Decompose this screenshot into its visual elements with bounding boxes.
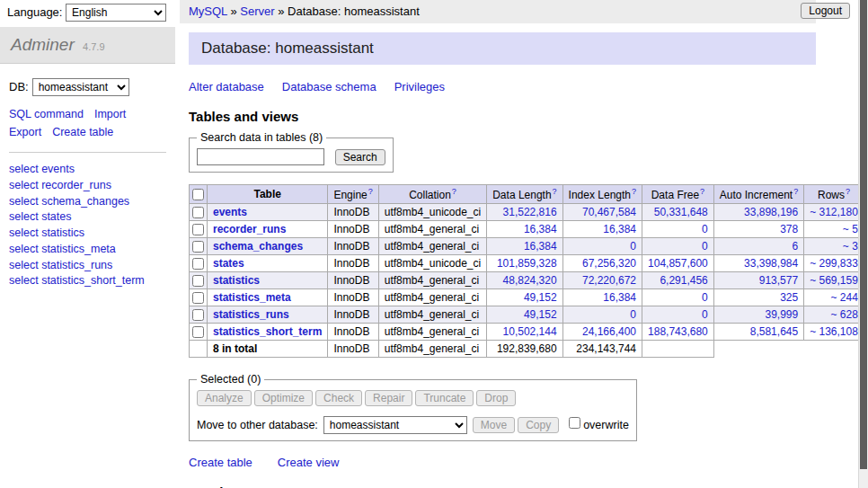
- table-name-link[interactable]: statistics_meta: [213, 291, 291, 304]
- index-length-link[interactable]: 0: [630, 308, 636, 321]
- index-length-link[interactable]: 16,384: [603, 291, 636, 304]
- data-free-link[interactable]: 0: [702, 308, 708, 321]
- index-length-link[interactable]: 72,220,672: [582, 274, 636, 287]
- search-button[interactable]: Search: [335, 149, 385, 165]
- overwrite-checkbox[interactable]: [569, 417, 580, 429]
- row-checkbox[interactable]: [192, 207, 204, 218]
- data-length-link[interactable]: 101,859,328: [497, 257, 557, 270]
- breadcrumb-link[interactable]: MySQL: [189, 4, 227, 18]
- data-free-link[interactable]: 0: [702, 240, 708, 253]
- table-name-link[interactable]: schema_changes: [213, 240, 303, 253]
- row-checkbox[interactable]: [192, 292, 204, 304]
- logout-button[interactable]: Logout: [801, 3, 850, 19]
- rows-link[interactable]: ~ 136,108: [810, 325, 858, 338]
- scrollbar-thumb[interactable]: [860, 0, 867, 469]
- row-checkbox[interactable]: [192, 224, 204, 235]
- index-length-link[interactable]: 16,384: [603, 223, 636, 235]
- index-length-link[interactable]: 67,256,320: [582, 257, 636, 270]
- auto-increment-link[interactable]: 325: [780, 291, 798, 304]
- data-length-link[interactable]: 16,384: [524, 240, 557, 253]
- sidebar-link[interactable]: Create table: [52, 126, 113, 138]
- sidebar-link[interactable]: Export: [9, 126, 41, 138]
- help-link[interactable]: ?: [368, 187, 373, 196]
- breadcrumb-link[interactable]: Server: [240, 4, 274, 18]
- drop-button[interactable]: Drop: [476, 390, 516, 406]
- sidebar-table-link[interactable]: select statistics_runs: [9, 259, 112, 271]
- help-link[interactable]: ?: [793, 187, 798, 196]
- sidebar-link[interactable]: Import: [94, 108, 126, 120]
- data-length-link[interactable]: 49,152: [524, 308, 557, 321]
- rows-link[interactable]: ~ 569,159: [810, 274, 858, 287]
- help-link[interactable]: ?: [846, 187, 850, 196]
- data-free-link[interactable]: 104,857,600: [648, 257, 708, 270]
- data-length-link[interactable]: 48,824,320: [503, 274, 557, 287]
- help-link[interactable]: ?: [553, 187, 557, 196]
- index-length-link[interactable]: 24,166,400: [582, 325, 636, 338]
- row-checkbox[interactable]: [192, 241, 204, 253]
- database-action-link[interactable]: Privileges: [394, 80, 445, 93]
- sidebar-table-link[interactable]: select statistics_meta: [9, 243, 116, 255]
- table-name-link[interactable]: events: [213, 206, 247, 218]
- sidebar-table-link[interactable]: select statistics_short_term: [9, 274, 145, 287]
- repair-button[interactable]: Repair: [365, 390, 412, 406]
- row-checkbox[interactable]: [192, 309, 204, 321]
- sidebar-table-link[interactable]: select states: [9, 210, 71, 223]
- sidebar-table-link[interactable]: select recorder_runs: [9, 179, 111, 191]
- copy-button[interactable]: Copy: [518, 417, 559, 433]
- row-checkbox[interactable]: [192, 275, 204, 287]
- database-action-link[interactable]: Alter database: [189, 80, 264, 93]
- check-button[interactable]: Check: [315, 390, 362, 406]
- rows-link[interactable]: ~ 3: [843, 240, 858, 253]
- auto-increment-link[interactable]: 33,898,196: [744, 206, 798, 218]
- table-name-link[interactable]: recorder_runs: [213, 223, 286, 235]
- data-free-link[interactable]: 50,331,648: [654, 206, 708, 218]
- row-checkbox[interactable]: [192, 258, 204, 270]
- rows-link[interactable]: ~ 312,180: [810, 206, 858, 218]
- language-select[interactable]: English: [66, 4, 166, 22]
- table-name-link[interactable]: statistics_runs: [213, 308, 289, 321]
- move-button[interactable]: Move: [473, 417, 515, 433]
- vertical-scrollbar[interactable]: [858, 0, 868, 488]
- data-length-link[interactable]: 10,502,144: [503, 325, 557, 338]
- sidebar-table-link[interactable]: select schema_changes: [9, 195, 129, 208]
- index-length-link[interactable]: 0: [630, 240, 636, 253]
- data-free-link[interactable]: 0: [702, 291, 708, 304]
- db-select[interactable]: homeassistant: [32, 78, 129, 96]
- create-link[interactable]: Create table: [189, 456, 252, 469]
- sidebar-link[interactable]: SQL command: [9, 108, 84, 120]
- table-name-link[interactable]: statistics: [213, 274, 260, 287]
- row-checkbox[interactable]: [192, 326, 204, 338]
- overwrite-option[interactable]: overwrite: [565, 419, 629, 431]
- rows-link[interactable]: ~ 299,833: [810, 257, 858, 270]
- rows-link[interactable]: ~ 244: [831, 291, 858, 304]
- auto-increment-link[interactable]: 39,999: [765, 308, 798, 321]
- optimize-button[interactable]: Optimize: [254, 390, 313, 406]
- table-name-link[interactable]: statistics_short_term: [213, 325, 322, 338]
- auto-increment-link[interactable]: 6: [792, 240, 798, 253]
- auto-increment-link[interactable]: 913,577: [759, 274, 798, 287]
- data-free-link[interactable]: 0: [702, 223, 708, 235]
- truncate-button[interactable]: Truncate: [415, 390, 474, 406]
- database-action-link[interactable]: Database schema: [282, 80, 376, 93]
- rows-link[interactable]: ~ 628: [831, 308, 858, 321]
- data-free-link[interactable]: 188,743,680: [648, 325, 708, 338]
- sidebar-table-link[interactable]: select statistics: [9, 226, 84, 239]
- select-all-checkbox[interactable]: [192, 189, 204, 200]
- analyze-button[interactable]: Analyze: [197, 390, 252, 406]
- table-name-link[interactable]: states: [213, 257, 244, 270]
- help-link[interactable]: ?: [700, 187, 704, 196]
- auto-increment-link[interactable]: 378: [780, 223, 798, 235]
- index-length-link[interactable]: 70,467,584: [582, 206, 636, 218]
- help-link[interactable]: ?: [632, 187, 636, 196]
- auto-increment-link[interactable]: 8,581,645: [750, 325, 798, 338]
- rows-link[interactable]: ~ 5: [843, 223, 858, 235]
- data-free-link[interactable]: 6,291,456: [660, 274, 707, 287]
- create-link[interactable]: Create view: [278, 456, 340, 469]
- move-database-select[interactable]: homeassistant: [323, 416, 467, 434]
- search-input[interactable]: [197, 148, 324, 165]
- sidebar-table-link[interactable]: select events: [9, 163, 75, 175]
- auto-increment-link[interactable]: 33,398,984: [744, 257, 798, 270]
- data-length-link[interactable]: 31,522,816: [503, 206, 557, 218]
- help-link[interactable]: ?: [452, 187, 456, 196]
- data-length-link[interactable]: 49,152: [524, 291, 557, 304]
